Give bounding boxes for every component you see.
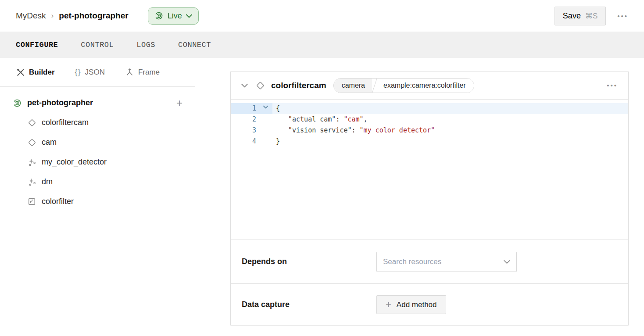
service-sparkle-icon [27,177,36,186]
code-text: "vision_service": "my_color_detector" [272,125,435,136]
machine-name: pet-photographer [27,98,93,107]
component-diamond-icon [27,138,36,147]
view-tab-builder-label: Builder [29,68,55,77]
code-text: { [272,103,628,114]
line-number: 4 [231,136,256,147]
code-text: "actual_cam": "cam", [272,114,368,125]
frame-axes-icon [125,68,134,77]
code-line[interactable]: 2 "actual_cam": "cam", [231,114,628,125]
component-diamond-icon [256,81,265,90]
view-tab-frame[interactable]: Frame [125,68,160,77]
add-resource-icon[interactable]: + [176,98,182,108]
tree-item-dm[interactable]: dm [0,172,195,192]
depends-on-placeholder: Search resources [383,257,504,266]
config-view-switcher: Builder {} JSON Frame [0,58,195,87]
chevron-right-icon: › [51,11,54,20]
resource-tree: pet-photographer + colorfiltercam cam [0,87,195,211]
config-main-panel: colorfiltercam camera example:camera:col… [196,58,644,336]
code-line[interactable]: 1 { [231,103,628,114]
live-status-dropdown[interactable]: Live [148,7,199,25]
data-capture-section: Data capture + Add method [231,283,628,325]
resource-title: colorfiltercam [271,81,326,90]
resource-type-badge: camera example:camera:colorfilter [333,78,474,93]
tree-item-label: colorfilter [42,197,74,206]
tab-logs[interactable]: LOGS [136,41,155,49]
tree-machine-row[interactable]: pet-photographer + [0,93,195,113]
depends-on-select[interactable]: Search resources [376,252,517,272]
add-method-label: Add method [397,300,437,309]
live-status-label: Live [168,11,182,21]
config-sidebar: Builder {} JSON Frame [0,58,195,336]
add-method-button[interactable]: + Add method [376,295,446,314]
code-line[interactable]: 3 "vision_service": "my_color_detector" [231,125,628,136]
view-tab-json-label: JSON [85,68,105,77]
resource-card-header: colorfiltercam camera example:camera:col… [231,71,628,100]
breadcrumb-machine-name: pet-photographer [59,11,128,21]
plus-icon: + [386,300,391,310]
line-number: 2 [231,114,256,125]
view-tab-frame-label: Frame [138,68,160,77]
line-number: 1 [231,103,256,114]
more-menu-icon[interactable]: ••• [617,13,628,19]
tree-item-label: dm [42,177,53,186]
tree-item-cam[interactable]: cam [0,132,195,152]
breadcrumb: MyDesk › pet-photographer [16,11,129,21]
tree-item-my-color-detector[interactable]: my_color_detector [0,152,195,172]
data-capture-label: Data capture [242,300,376,309]
save-shortcut-hint: ⌘S [585,11,597,21]
save-button[interactable]: Save ⌘S [555,7,606,25]
broadcast-icon [154,11,164,21]
depends-on-section: Depends on Search resources [231,239,628,283]
tree-item-label: my_color_detector [42,157,107,167]
resource-card-colorfiltercam: colorfiltercam camera example:camera:col… [230,71,629,326]
module-icon [27,197,36,206]
tab-configure[interactable]: CONFIGURE [16,41,58,49]
code-line[interactable]: 4 } [231,136,628,147]
depends-on-label: Depends on [242,257,376,266]
main-nav-tabs: CONFIGURE CONTROL LOGS CONNECT [0,32,644,58]
tree-item-colorfilter[interactable]: colorfilter [0,192,195,211]
chevron-down-icon [504,260,510,264]
attributes-json-editor[interactable]: 1 { 2 "actual_cam": "cam", 3 "vision_ser… [231,100,628,239]
component-diamond-icon [27,118,36,127]
resource-model-label: example:camera:colorfilter [378,79,474,93]
code-text: } [272,136,280,147]
service-sparkle-icon [27,157,36,167]
tree-item-label: cam [42,138,57,147]
badge-separator [372,79,378,93]
tab-connect[interactable]: CONNECT [178,41,211,49]
tree-item-label: colorfiltercam [42,118,89,127]
collapse-chevron-icon[interactable] [241,83,248,88]
machine-broadcast-icon [12,98,21,107]
resource-type-label: camera [334,79,372,93]
tree-item-colorfiltercam[interactable]: colorfiltercam [0,113,195,132]
save-button-label: Save [563,11,581,21]
chevron-down-icon [186,14,192,18]
card-more-menu-icon[interactable]: ••• [607,82,618,89]
line-number: 3 [231,125,256,136]
fold-chevron-icon[interactable] [263,105,270,112]
tools-icon [16,68,25,77]
top-bar: MyDesk › pet-photographer Live Save ⌘S •… [0,0,644,32]
panel-divider [213,58,213,336]
view-tab-builder[interactable]: Builder [16,68,55,77]
view-tab-json[interactable]: {} JSON [75,68,105,77]
breadcrumb-location[interactable]: MyDesk [16,11,46,21]
tab-control[interactable]: CONTROL [81,41,114,49]
braces-icon: {} [75,68,81,77]
